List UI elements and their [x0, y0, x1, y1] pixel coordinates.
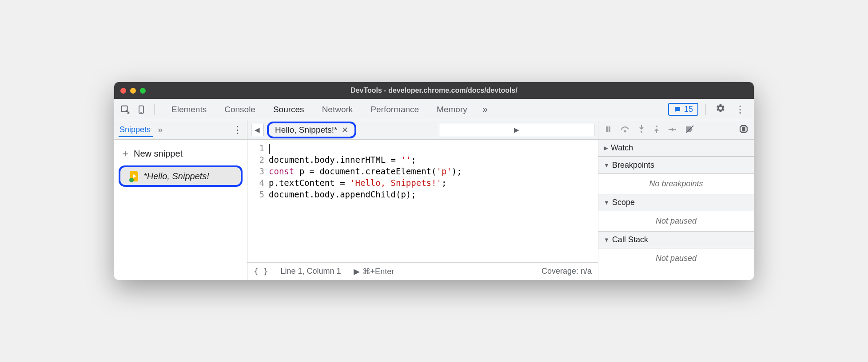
- new-snippet-label: New snippet: [134, 149, 183, 159]
- minimize-window-icon[interactable]: [130, 88, 136, 94]
- section-breakpoints[interactable]: ▼ Breakpoints: [598, 157, 754, 174]
- section-watch-label: Watch: [611, 143, 633, 153]
- tab-performance[interactable]: Performance: [362, 99, 428, 120]
- nav-next-icon[interactable]: ▶: [439, 124, 594, 136]
- more-tabs-icon[interactable]: »: [476, 104, 494, 115]
- separator: [705, 104, 706, 115]
- editor-tabbar: ◀ Hello, Snippets!* ✕ ▶: [247, 120, 598, 140]
- pretty-print-icon[interactable]: { }: [254, 267, 268, 276]
- svg-rect-4: [609, 126, 610, 132]
- svg-point-6: [641, 131, 642, 133]
- callstack-body: Not paused: [598, 248, 754, 268]
- editor-statusbar: { } Line 1, Column 1 ▶ ⌘+Enter Coverage:…: [247, 262, 598, 280]
- svg-point-7: [656, 126, 657, 127]
- section-scope[interactable]: ▼ Scope: [598, 194, 754, 211]
- traffic-lights: [120, 88, 146, 94]
- sidebar-more-icon[interactable]: ⋮: [233, 124, 243, 136]
- code-editor[interactable]: 12345 document.body.innerHTML = '';const…: [247, 140, 598, 262]
- main-toolbar: Elements Console Sources Network Perform…: [114, 99, 754, 120]
- pause-icon[interactable]: [605, 126, 612, 134]
- snippet-item[interactable]: *Hello, Snippets!: [119, 165, 243, 187]
- svg-rect-12: [744, 127, 745, 131]
- editor-tab[interactable]: Hello, Snippets!* ✕: [267, 122, 356, 138]
- breakpoints-body: No breakpoints: [598, 174, 754, 194]
- issues-count: 15: [684, 105, 693, 114]
- expand-down-icon: ▼: [604, 162, 609, 169]
- expand-down-icon: ▼: [604, 236, 609, 243]
- tab-console[interactable]: Console: [215, 99, 264, 120]
- new-snippet-button[interactable]: ＋ New snippet: [114, 143, 247, 164]
- debug-toolbar: [598, 120, 754, 140]
- panel-tabs: Elements Console Sources Network Perform…: [163, 99, 662, 120]
- svg-rect-11: [743, 127, 744, 131]
- step-over-icon[interactable]: [621, 126, 629, 134]
- nav-prev-icon[interactable]: ◀: [251, 124, 263, 136]
- play-icon: ▶: [354, 267, 360, 276]
- expand-right-icon: ▶: [604, 145, 608, 151]
- chat-icon: [673, 106, 681, 114]
- titlebar: DevTools - developer.chrome.com/docs/dev…: [114, 82, 754, 99]
- line-gutter: 12345: [247, 142, 269, 260]
- close-tab-icon[interactable]: ✕: [342, 125, 348, 135]
- devtools-window: DevTools - developer.chrome.com/docs/dev…: [114, 82, 754, 280]
- navigator-sidebar: Snippets » ⋮ ＋ New snippet *Hello, Snipp…: [114, 120, 247, 280]
- editor-pane: ◀ Hello, Snippets!* ✕ ▶ 12345 document.b…: [247, 120, 598, 280]
- inspect-element-icon[interactable]: [119, 104, 131, 115]
- window-title: DevTools - developer.chrome.com/docs/dev…: [350, 87, 518, 94]
- issues-badge[interactable]: 15: [668, 103, 698, 116]
- zoom-window-icon[interactable]: [140, 88, 146, 94]
- section-callstack-label: Call Stack: [612, 235, 648, 244]
- debugger-pane: ▶ Watch ▼ Breakpoints No breakpoints ▼ S…: [598, 120, 754, 280]
- run-snippet-button[interactable]: ▶ ⌘+Enter: [354, 267, 394, 276]
- svg-rect-3: [606, 126, 608, 132]
- svg-point-5: [625, 130, 626, 132]
- snippet-item-label: *Hello, Snippets!: [143, 171, 209, 181]
- modified-dot-icon: [129, 178, 134, 182]
- section-callstack[interactable]: ▼ Call Stack: [598, 231, 754, 248]
- close-window-icon[interactable]: [120, 88, 126, 94]
- tab-elements[interactable]: Elements: [163, 99, 215, 120]
- pause-on-exceptions-icon[interactable]: [740, 125, 748, 135]
- tab-sources[interactable]: Sources: [264, 99, 313, 120]
- separator: [154, 104, 155, 115]
- device-toggle-icon[interactable]: [135, 104, 147, 115]
- run-hint: ⌘+Enter: [362, 267, 394, 276]
- more-options-icon[interactable]: ⋮: [733, 104, 748, 115]
- editor-tab-label: Hello, Snippets!*: [275, 125, 337, 135]
- section-breakpoints-label: Breakpoints: [612, 161, 654, 170]
- step-icon[interactable]: [669, 126, 677, 134]
- section-scope-label: Scope: [612, 198, 635, 207]
- settings-gear-icon[interactable]: [713, 103, 728, 116]
- main-area: Snippets » ⋮ ＋ New snippet *Hello, Snipp…: [114, 120, 754, 280]
- snippet-file-icon: [130, 171, 139, 181]
- section-watch[interactable]: ▶ Watch: [598, 140, 754, 157]
- expand-down-icon: ▼: [604, 199, 609, 206]
- scope-body: Not paused: [598, 211, 754, 231]
- deactivate-breakpoints-icon[interactable]: [685, 126, 694, 134]
- tab-memory[interactable]: Memory: [428, 99, 476, 120]
- cursor-position: Line 1, Column 1: [281, 267, 341, 276]
- tab-network[interactable]: Network: [313, 99, 362, 120]
- step-into-icon[interactable]: [638, 125, 645, 135]
- sidebar-body: ＋ New snippet *Hello, Snippets!: [114, 140, 247, 189]
- step-out-icon[interactable]: [653, 125, 660, 135]
- plus-icon: ＋: [120, 147, 130, 160]
- coverage-status: Coverage: n/a: [542, 267, 592, 276]
- sidebar-header: Snippets » ⋮: [114, 120, 247, 140]
- sidebar-pane-label[interactable]: Snippets: [119, 125, 153, 137]
- code-lines[interactable]: document.body.innerHTML = '';const p = d…: [269, 142, 598, 260]
- more-panes-icon[interactable]: »: [158, 125, 163, 135]
- svg-point-8: [674, 129, 676, 130]
